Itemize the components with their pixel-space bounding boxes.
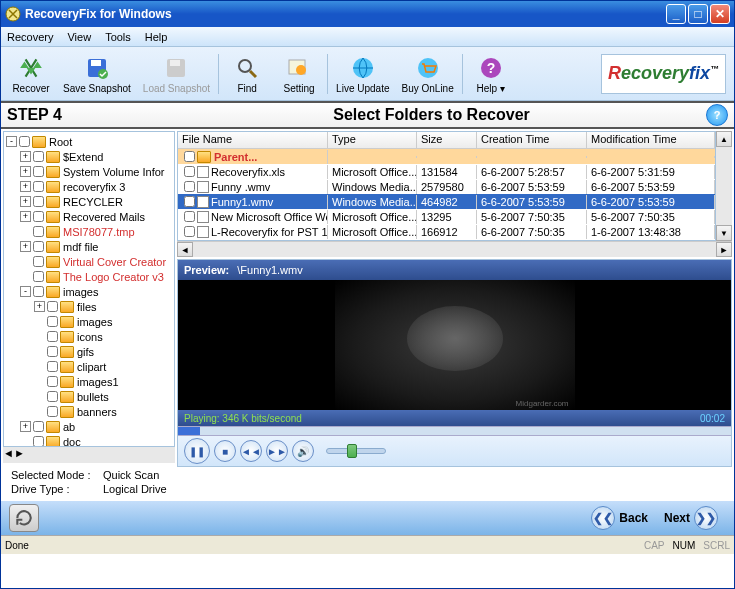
menu-view[interactable]: View	[67, 31, 91, 43]
tree-checkbox[interactable]	[47, 406, 58, 417]
tree-node[interactable]: +System Volume Infor	[6, 164, 172, 179]
prev-button[interactable]: ◄◄	[240, 440, 262, 462]
save-snapshot-button[interactable]: Save Snapshot	[57, 49, 137, 99]
expand-toggle[interactable]: +	[20, 151, 31, 162]
tree-node[interactable]: images1	[6, 374, 172, 389]
tree-checkbox[interactable]	[47, 361, 58, 372]
menu-tools[interactable]: Tools	[105, 31, 131, 43]
tree-node[interactable]: gifs	[6, 344, 172, 359]
tree-node[interactable]: bullets	[6, 389, 172, 404]
tree-node[interactable]: -images	[6, 284, 172, 299]
tree-hscrollbar[interactable]: ◄ ►	[3, 447, 175, 463]
file-row[interactable]: Funny1.wmvWindows Media...4649826-6-2007…	[178, 194, 715, 209]
tree-checkbox[interactable]	[47, 301, 58, 312]
expand-toggle[interactable]: +	[20, 211, 31, 222]
tree-node[interactable]: images	[6, 314, 172, 329]
tree-checkbox[interactable]	[33, 166, 44, 177]
expand-toggle[interactable]: +	[34, 301, 45, 312]
stop-button[interactable]: ■	[214, 440, 236, 462]
tree-node[interactable]: +files	[6, 299, 172, 314]
context-help-button[interactable]: ?	[706, 104, 728, 126]
file-row[interactable]: L-Recoveryfix for PST 1 june-...Microsof…	[178, 224, 715, 239]
tree-checkbox[interactable]	[33, 271, 44, 282]
tree-node[interactable]: MSI78077.tmp	[6, 224, 172, 239]
tree-checkbox[interactable]	[33, 256, 44, 267]
tree-checkbox[interactable]	[47, 376, 58, 387]
mute-button[interactable]: 🔊	[292, 440, 314, 462]
tree-node[interactable]: +mdf file	[6, 239, 172, 254]
file-row[interactable]: New Microsoft Office Word Do...Microsoft…	[178, 209, 715, 224]
tree-checkbox[interactable]	[33, 181, 44, 192]
tree-checkbox[interactable]	[33, 421, 44, 432]
tree-node[interactable]: banners	[6, 404, 172, 419]
col-size[interactable]: Size	[417, 132, 477, 148]
buy-online-button[interactable]: Buy OnLine	[395, 49, 459, 99]
tree-checkbox[interactable]	[33, 436, 44, 447]
recover-nav-button[interactable]	[9, 504, 39, 532]
menu-recovery[interactable]: Recovery	[7, 31, 53, 43]
menu-help[interactable]: Help	[145, 31, 168, 43]
video-area[interactable]: Midgarder.com	[178, 280, 731, 410]
scroll-up-button[interactable]: ▲	[716, 131, 732, 147]
seek-bar[interactable]	[178, 426, 731, 436]
tree-checkbox[interactable]	[33, 211, 44, 222]
scroll-left-button[interactable]: ◄	[3, 447, 14, 463]
tree-checkbox[interactable]	[47, 331, 58, 342]
tree-checkbox[interactable]	[33, 241, 44, 252]
expand-toggle[interactable]: +	[20, 421, 31, 432]
expand-toggle[interactable]: -	[20, 286, 31, 297]
col-modification-time[interactable]: Modification Time	[587, 132, 715, 148]
tree-node[interactable]: clipart	[6, 359, 172, 374]
help-button[interactable]: ? Help ▾	[465, 49, 517, 99]
recover-button[interactable]: Recover	[5, 49, 57, 99]
expand-toggle[interactable]: +	[20, 166, 31, 177]
scroll-left-button[interactable]: ◄	[177, 242, 193, 257]
tree-checkbox[interactable]	[19, 136, 30, 147]
tree-node[interactable]: icons	[6, 329, 172, 344]
tree-checkbox[interactable]	[33, 286, 44, 297]
maximize-button[interactable]: □	[688, 4, 708, 24]
file-row[interactable]: Funny .wmvWindows Media...25795806-6-200…	[178, 179, 715, 194]
load-snapshot-button[interactable]: Load Snapshot	[137, 49, 216, 99]
tree-node[interactable]: +ab	[6, 419, 172, 434]
tree-checkbox[interactable]	[33, 151, 44, 162]
setting-button[interactable]: Setting	[273, 49, 325, 99]
tree-checkbox[interactable]	[47, 391, 58, 402]
row-checkbox[interactable]	[184, 151, 195, 162]
tree-checkbox[interactable]	[33, 196, 44, 207]
tree-node[interactable]: Virtual Cover Creator	[6, 254, 172, 269]
folder-tree[interactable]: -Root+$Extend+System Volume Infor+recove…	[3, 131, 175, 447]
row-checkbox[interactable]	[184, 181, 195, 192]
tree-node[interactable]: +RECYCLER	[6, 194, 172, 209]
scroll-right-button[interactable]: ►	[716, 242, 732, 257]
tree-node[interactable]: -Root	[6, 134, 172, 149]
tree-checkbox[interactable]	[33, 226, 44, 237]
scroll-right-button[interactable]: ►	[14, 447, 25, 463]
minimize-button[interactable]: _	[666, 4, 686, 24]
col-type[interactable]: Type	[328, 132, 417, 148]
scroll-down-button[interactable]: ▼	[716, 225, 732, 241]
parent-row[interactable]: Parent...	[178, 149, 715, 164]
file-list-vscrollbar[interactable]: ▲ ▼	[716, 131, 732, 241]
find-button[interactable]: Find	[221, 49, 273, 99]
row-checkbox[interactable]	[184, 226, 195, 237]
row-checkbox[interactable]	[184, 211, 195, 222]
tree-node[interactable]: +Recovered Mails	[6, 209, 172, 224]
row-checkbox[interactable]	[184, 196, 195, 207]
col-filename[interactable]: File Name	[178, 132, 328, 148]
pause-button[interactable]: ❚❚	[184, 438, 210, 464]
tree-checkbox[interactable]	[47, 346, 58, 357]
col-creation-time[interactable]: Creation Time	[477, 132, 587, 148]
row-checkbox[interactable]	[184, 166, 195, 177]
expand-toggle[interactable]: +	[20, 196, 31, 207]
back-button[interactable]: ❮❮ Back	[583, 502, 656, 534]
live-update-button[interactable]: Live Update	[330, 49, 395, 99]
file-row[interactable]: Recoveryfix.xlsMicrosoft Office...131584…	[178, 164, 715, 179]
expand-toggle[interactable]: +	[20, 241, 31, 252]
expand-toggle[interactable]: +	[20, 181, 31, 192]
volume-slider[interactable]	[326, 448, 386, 454]
tree-node[interactable]: +recoveryfix 3	[6, 179, 172, 194]
next-button[interactable]: Next ❯❯	[656, 502, 726, 534]
tree-node[interactable]: doc	[6, 434, 172, 447]
next-button[interactable]: ►►	[266, 440, 288, 462]
